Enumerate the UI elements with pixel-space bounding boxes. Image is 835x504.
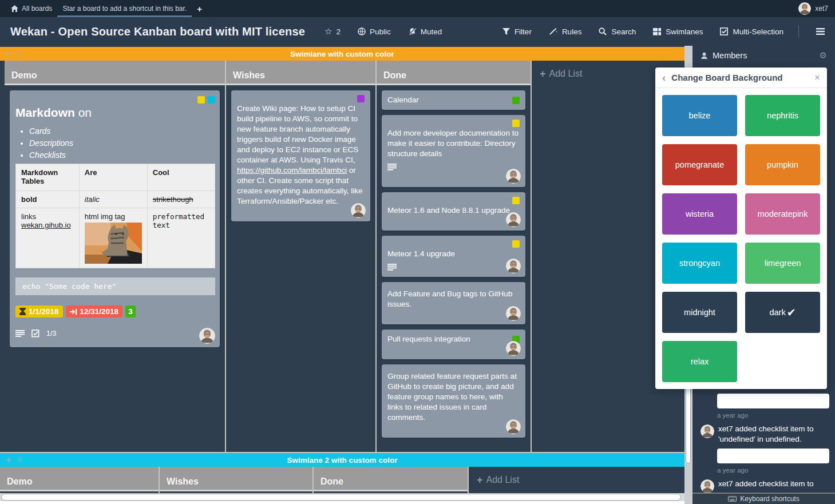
card-title: Calendar	[387, 95, 419, 105]
start-date-badge[interactable]: 1/1/2018	[15, 305, 63, 318]
list-wishes-2: Wishes	[160, 467, 314, 493]
search-button[interactable]: Search	[599, 27, 636, 36]
keyboard-shortcuts-button[interactable]: Keyboard shortcuts	[692, 493, 835, 504]
swimlane-1-color-bar[interactable]: + ≡ Swimlane with custom color	[0, 47, 684, 61]
card-member-avatar[interactable]	[506, 169, 521, 184]
all-boards-label: All boards	[22, 5, 52, 13]
username[interactable]: xet7	[815, 5, 828, 13]
activity-timestamp: a year ago	[717, 412, 828, 419]
card-developer-docs[interactable]: Add more developer documentation to make…	[382, 115, 525, 187]
description-icon	[387, 164, 397, 170]
card-group-features[interactable]: Group related feature request parts at G…	[382, 364, 525, 438]
wekan-app: All boards Star a board to add a shortcu…	[0, 0, 835, 504]
label-chip-cyan[interactable]	[208, 96, 215, 104]
filter-label: Filter	[515, 27, 532, 36]
due-date-badge[interactable]: 12/31/2018	[66, 305, 123, 318]
swimlane-2-color-bar[interactable]: + ≡ Swimlane 2 with custom color	[0, 453, 684, 467]
label-chip-yellow[interactable]	[512, 120, 520, 127]
star-board-button[interactable]: ☆ 2	[324, 26, 341, 37]
swatch-strongcyan[interactable]: strongcyan	[662, 243, 737, 284]
swatch-pumpkin[interactable]: pumpkin	[745, 144, 820, 185]
multi-selection-label: Multi-Selection	[733, 27, 783, 36]
label-chip-yellow[interactable]	[512, 197, 520, 204]
swatch-midnight[interactable]: midnight	[662, 292, 737, 333]
swatch-pomegranate[interactable]: pomegranate	[662, 144, 737, 185]
horizontal-scrollbar[interactable]	[0, 493, 684, 501]
card-member-avatar[interactable]	[506, 341, 521, 356]
checklist-item-input[interactable]	[717, 449, 829, 463]
card-meteor-16[interactable]: Meteor 1.6 and Node 8.8.1 upgrade	[382, 192, 525, 231]
star-shortcut-hint[interactable]: Star a board to add a shortcut in this b…	[57, 0, 192, 17]
card-github-tags[interactable]: Add Feature and Bug tags to GitHub issue…	[382, 282, 525, 324]
checklist-item-input[interactable]	[717, 394, 829, 408]
count-badge[interactable]: 3	[125, 305, 136, 318]
swimlanes-label: Swimlanes	[666, 27, 703, 36]
cat-image	[85, 223, 142, 264]
multi-selection-button[interactable]: Multi-Selection	[720, 27, 783, 36]
close-icon[interactable]: ×	[814, 73, 820, 82]
swimlanes-view-button[interactable]: Swimlanes	[653, 27, 703, 36]
card-title: Add more developer documentation to make…	[387, 128, 520, 159]
visibility-label: Public	[370, 27, 391, 36]
swimlane-1: + ≡ Swimlane with custom color Demo	[0, 47, 684, 452]
swimlane-1-title: Swimlane with custom color	[0, 50, 684, 58]
members-title: Members	[713, 51, 747, 60]
table-cell-links: links wekan.gihub.io	[16, 208, 80, 268]
swatch-limegreen[interactable]: limegreen	[745, 243, 820, 284]
search-icon	[599, 27, 607, 35]
label-chip-green[interactable]	[512, 97, 520, 104]
wekan-link[interactable]: wekan.gihub.io	[21, 221, 71, 229]
visibility-button[interactable]: Public	[358, 27, 391, 36]
mute-button[interactable]: Muted	[408, 27, 442, 36]
all-boards-link[interactable]: All boards	[6, 0, 57, 17]
lambci-link[interactable]: https://github.com/lambci/lambci	[237, 166, 347, 174]
swatch-dark-selected[interactable]: dark✔	[745, 292, 820, 333]
swatch-relax[interactable]: relax	[662, 341, 737, 382]
rules-label: Rules	[562, 27, 582, 36]
add-board-button[interactable]: +	[192, 0, 207, 17]
horizontal-scrollbar-thumb[interactable]	[1, 494, 681, 501]
label-chip-purple[interactable]	[357, 95, 365, 102]
img-label: html img tag	[85, 212, 125, 221]
back-chevron-icon[interactable]: ‹	[662, 72, 666, 83]
add-list-button[interactable]: + Add List	[469, 467, 684, 493]
list-demo-header[interactable]: Demo	[5, 61, 225, 85]
swatch-moderatepink[interactable]: moderatepink	[745, 193, 820, 235]
card-member-avatar[interactable]	[506, 419, 521, 434]
label-chip-yellow[interactable]	[197, 96, 205, 104]
board-header: Wekan - Open Source Kanban board with MI…	[0, 17, 835, 46]
board-menu-button[interactable]	[816, 28, 825, 35]
activity-avatar[interactable]	[701, 424, 714, 438]
activity-entry: xet7 added checklist item to 'undefined'…	[701, 424, 828, 445]
list-demo-2-title: Demo	[7, 477, 32, 487]
activity-avatar[interactable]	[701, 479, 714, 493]
card-calendar[interactable]: Calendar	[382, 90, 525, 110]
card-member-avatar[interactable]	[351, 203, 366, 218]
card-create-wiki[interactable]: Create Wiki page: How to setup CI build …	[231, 90, 370, 221]
list-wishes-header[interactable]: Wishes	[226, 61, 375, 85]
card-pull-requests[interactable]: Pull requests integration	[382, 330, 525, 359]
hourglass-icon	[19, 308, 26, 315]
card-member-avatar[interactable]	[199, 328, 215, 344]
card-markdown[interactable]: Markdown on Cards Descriptions Checklist…	[10, 90, 220, 347]
rules-button[interactable]: Rules	[549, 27, 582, 36]
list-done-2-header[interactable]: Done	[314, 467, 468, 491]
background-swatches: belize nephritis pomegranate pumpkin wis…	[655, 88, 827, 389]
swatch-belize[interactable]: belize	[662, 95, 737, 136]
filter-button[interactable]: Filter	[502, 27, 532, 36]
card-member-avatar[interactable]	[506, 306, 521, 321]
card-meteor-14[interactable]: Meteor 1.4 upgrade	[382, 236, 525, 277]
card-member-avatar[interactable]	[506, 259, 521, 273]
card-member-avatar[interactable]	[506, 212, 521, 227]
list-wishes-2-header[interactable]: Wishes	[160, 467, 312, 491]
board-title[interactable]: Wekan - Open Source Kanban board with MI…	[10, 25, 305, 38]
gear-icon[interactable]: ⚙	[820, 50, 827, 61]
swatch-nephritis[interactable]: nephritis	[745, 95, 820, 136]
swatch-wisteria[interactable]: wisteria	[662, 193, 737, 235]
list-demo-2-header[interactable]: Demo	[0, 467, 159, 491]
label-chip-yellow[interactable]	[512, 240, 520, 248]
list-done-header[interactable]: Done	[377, 61, 531, 85]
plus-icon: +	[197, 4, 202, 14]
activity-text: xet7 added checklist item to	[718, 479, 814, 488]
user-avatar[interactable]	[798, 2, 811, 15]
